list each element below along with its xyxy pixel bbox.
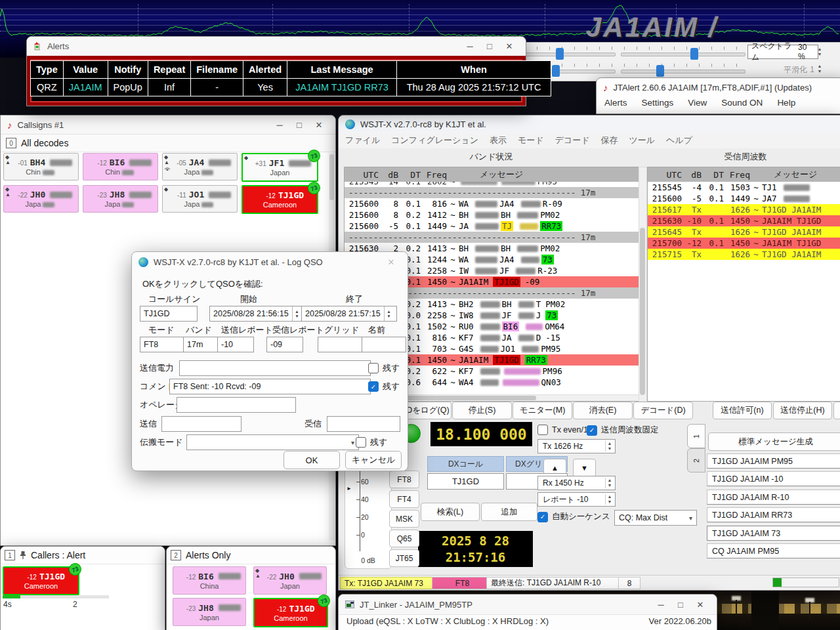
tx2-message-field[interactable]: TJ1GD JA1AIM -10	[707, 471, 840, 486]
slider-track[interactable]	[621, 70, 746, 74]
menu-save[interactable]: 保存	[601, 135, 618, 146]
halt-tx-button[interactable]: 送信停止(H)	[773, 402, 832, 419]
smoothing-spinbox[interactable]: 平滑化 1	[747, 62, 818, 77]
tx4-message-field[interactable]: TJ1GD JA1AIM RR73	[707, 507, 840, 522]
slider-handle[interactable]	[690, 48, 698, 60]
cq-filter-dropdown[interactable]: CQ: Max Dist ▾	[614, 510, 697, 526]
enable-tx-button[interactable]: 送信許可(n)	[713, 402, 772, 419]
menu-alerts[interactable]: Alerts	[604, 98, 627, 108]
grid-input[interactable]	[318, 337, 362, 352]
spectrum-percent-spinbox[interactable]: スペクトラム 30 %	[747, 45, 818, 59]
operator-input[interactable]	[177, 397, 296, 413]
slider-track[interactable]	[621, 52, 746, 56]
tune-button-partial[interactable]	[833, 402, 840, 419]
maximize-icon[interactable]: □	[480, 41, 499, 51]
tab-1[interactable]: 1	[687, 424, 705, 448]
cancel-button[interactable]: キャンセル	[345, 451, 402, 469]
callsign-card-JH8[interactable]: -23JH8Japa	[83, 185, 158, 213]
spinner-arrows-icon[interactable]: ▲▼	[292, 306, 301, 321]
band-separator-row[interactable]: ----------------------------------------…	[345, 187, 639, 198]
tx-freq-spinbox[interactable]: Tx 1626 Hz ▲▼	[537, 439, 616, 453]
wsjtx-titlebar[interactable]: WSJT-X v2.7.0-rc8 by K1JT et al.	[339, 116, 840, 133]
decode-row[interactable]: 215645Tx1626~TJ1GD JA1AIM	[648, 226, 840, 238]
menu-decode[interactable]: デコード	[555, 135, 590, 146]
decode-row[interactable]: 21560080.21412~BHBHPM02	[345, 209, 639, 220]
start-datetime-input[interactable]: 2025/08/28 21:56:15▲▼	[209, 306, 305, 322]
spinner-arrows-icon[interactable]: ▲▼	[816, 47, 824, 57]
auto-seq-checkbox[interactable]: ✓	[537, 512, 548, 522]
tx1-message-field[interactable]: TJ1GD JA1AIM PM95	[707, 453, 840, 469]
menu-help[interactable]: Help	[777, 98, 795, 108]
vertical-scrollbar[interactable]	[639, 167, 647, 402]
sent-report-input[interactable]: -10	[217, 337, 254, 352]
tx-freq-down-button[interactable]: ▼	[573, 459, 596, 477]
erase-button[interactable]: 消去(E)	[573, 402, 633, 419]
callsign-card-BI6[interactable]: -12BI6China	[173, 566, 246, 595]
retain-power-checkbox[interactable]	[368, 363, 379, 373]
menu-view[interactable]: View	[688, 98, 707, 108]
decode-row[interactable]: 215700-120.11450~JA1AIM TJ1GD	[648, 238, 840, 249]
retain-power-row[interactable]: 残す	[368, 362, 400, 374]
tx-even-checkbox-row[interactable]: Tx even/1st	[537, 425, 595, 435]
tx6-message-field[interactable]: CQ JA1AIM PM95	[707, 543, 840, 558]
close-icon[interactable]: ✕	[499, 41, 519, 51]
monitor-button[interactable]: モニター(M)	[513, 402, 572, 419]
callsign-card-TJ1GD[interactable]: -12TJ1GDCameroon73	[253, 598, 328, 627]
generate-std-msgs-button[interactable]: 標準メッセージ生成	[708, 432, 840, 451]
tx-even-checkbox[interactable]	[537, 425, 548, 435]
band-separator-row[interactable]: ----------------------------------------…	[345, 232, 639, 243]
decode-row[interactable]: 215617Tx1626~TJ1GD JA1AIM	[648, 204, 840, 215]
maximize-icon[interactable]: □	[289, 120, 309, 130]
lookup-button[interactable]: 検索(L)	[421, 503, 480, 521]
callsign-card-BI6[interactable]: -12BI6Chin	[83, 153, 158, 180]
callsign-card-BH4[interactable]: ◆▲-01BH4Chin	[3, 153, 79, 180]
ok-button[interactable]: OK	[284, 451, 340, 469]
decodes-filter-label[interactable]: All decodes	[21, 138, 68, 148]
decode-row[interactable]: 215600-50.11449~JA7	[648, 193, 840, 204]
slider-handle[interactable]	[656, 65, 664, 77]
decode-row[interactable]: 21560080.1816~WAJA4R-09	[345, 198, 639, 209]
retain-comments-checkbox[interactable]: ✓	[368, 381, 379, 392]
menu-tools[interactable]: ツール	[629, 135, 656, 146]
pushpin-icon[interactable]	[20, 551, 26, 560]
hold-tx-checkbox[interactable]: ✓	[587, 425, 597, 436]
mode-jt65-button[interactable]: JT65	[389, 549, 419, 567]
mode-input[interactable]: FT8	[140, 337, 184, 352]
menu-file[interactable]: ファイル	[345, 135, 380, 146]
tx5-message-combobox[interactable]: TJ1GD JA1AIM 73▾	[707, 526, 840, 541]
band-input[interactable]: 17m	[183, 337, 219, 352]
rx-freq-spinbox[interactable]: Rx 1450 Hz ▲▼	[537, 476, 616, 490]
callsign-card-TJ1GD[interactable]: -12TJ1GDCameroon73	[242, 185, 318, 214]
menu-configuration[interactable]: コンフィグレーション	[391, 135, 478, 146]
call-input[interactable]: TJ1GD	[140, 306, 198, 322]
callsign-card-JH0[interactable]: ◆▲-22JH0Japan	[253, 566, 327, 595]
retain-prop-checkbox[interactable]	[356, 437, 366, 448]
mode-msk-button[interactable]: MSK	[389, 510, 419, 528]
spinner-arrows-icon[interactable]: ▲▼	[384, 306, 393, 321]
callsign-card-JH8[interactable]: -23JH8Japan	[173, 598, 246, 626]
callsign-card-JF1[interactable]: ◆+31JF1Japan73	[242, 153, 318, 182]
mode-q65-button[interactable]: Q65	[389, 530, 419, 547]
dial-frequency-display[interactable]: 18.100 000	[430, 422, 532, 446]
hold-tx-checkbox-row[interactable]: ✓ 送信周波数固定	[587, 425, 659, 436]
callsign-card-TJ1GD[interactable]: -12TJ1GDCameroon73	[3, 566, 79, 595]
minimize-icon[interactable]: ─	[460, 41, 480, 51]
exch-rcvd-input[interactable]	[327, 416, 400, 432]
callsign-card-JH0[interactable]: ◆▲-22JH0Japa	[3, 185, 79, 213]
alerts-only-header[interactable]: 2 Alerts Only	[167, 547, 335, 564]
maximize-icon[interactable]: □	[671, 600, 690, 610]
jtlinker-titlebar[interactable]: JT_Linker - JA1AIM_PM95TP ─ □ ✕	[339, 595, 717, 615]
log-qso-titlebar[interactable]: WSJT-X v2.7.0-rc8 by K1JT et al. - Log Q…	[132, 252, 408, 272]
slider-handle[interactable]	[556, 48, 564, 60]
menu-settings[interactable]: Settings	[642, 98, 674, 108]
name-input[interactable]	[362, 337, 406, 352]
alerts-window-titlebar[interactable]: Alerts ─ □ ✕	[27, 37, 526, 56]
comments-input[interactable]: FT8 Sent: -10 Rcvd: -09	[169, 379, 371, 394]
alerts-data-row[interactable]: QRZ JA1AIM PopUp Inf - Yes JA1AIM TJ1GD …	[31, 79, 551, 96]
decode-row[interactable]: 215630-100.11450~JA1AIM TJ1GD	[648, 215, 840, 226]
tx3-message-field[interactable]: TJ1GD JA1AIM R-10	[707, 490, 840, 505]
minimize-icon[interactable]: ─	[651, 600, 671, 610]
tab-2[interactable]: 2	[687, 448, 705, 472]
rcvd-report-input[interactable]: -09	[266, 337, 303, 352]
mode-ft4-button[interactable]: FT4	[389, 490, 419, 508]
